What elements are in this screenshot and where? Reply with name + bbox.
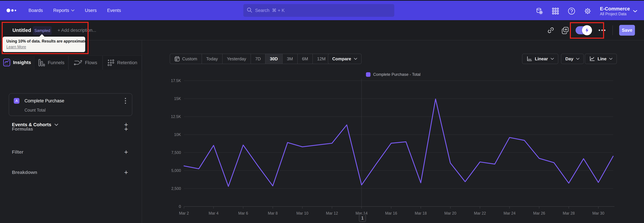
nav-item-reports[interactable]: Reports	[53, 8, 75, 13]
chevron-down-icon	[71, 10, 74, 12]
y-tick-label: 10K	[174, 133, 181, 137]
line-chart[interactable]: 02,5005,0007,50010K12.5K15K17.5KMar 2Mar…	[142, 40, 644, 223]
sampling-tooltip: Using 10% of data. Results are approxima…	[3, 37, 85, 52]
x-tick-label: Mar 22	[474, 211, 486, 215]
toggle-knob	[582, 25, 592, 35]
section-filter: Filter+	[12, 149, 130, 155]
search-icon	[247, 7, 252, 14]
pagination-page-1[interactable]: 1	[359, 214, 366, 222]
chevron-down-icon	[633, 10, 637, 13]
insights-icon	[3, 58, 10, 67]
add-filter-button[interactable]: +	[122, 149, 130, 155]
x-tick-label: Mar 12	[326, 211, 338, 215]
nav-item-events[interactable]: Events	[107, 8, 121, 13]
tooltip-arrow	[39, 34, 44, 37]
help-icon[interactable]	[568, 7, 576, 15]
more-options-icon[interactable]	[598, 26, 606, 34]
y-tick-label: 0	[179, 204, 181, 209]
tab-label: Insights	[13, 60, 31, 65]
nav-item-label: Users	[85, 8, 97, 13]
flows-icon	[74, 59, 82, 66]
learn-more-link[interactable]: Learn More	[6, 45, 26, 49]
x-tick-label: Mar 10	[296, 211, 308, 215]
project-switcher[interactable]: E-Commerce All Project Data	[600, 6, 637, 16]
funnels-icon	[38, 59, 45, 67]
apps-grid-icon[interactable]	[552, 7, 559, 15]
section-formulas: Formulas+	[12, 126, 130, 133]
section-label: Breakdown	[12, 170, 37, 175]
x-tick-label: Mar 20	[444, 211, 456, 215]
section-breakdown: Breakdown+	[12, 169, 130, 176]
search-input[interactable]	[255, 8, 391, 13]
x-tick-label: Mar 18	[415, 211, 427, 215]
x-tick-label: Mar 16	[385, 211, 397, 215]
x-tick-label: Mar 6	[238, 211, 248, 215]
nav-item-label: Events	[107, 8, 121, 13]
y-tick-label: 17.5K	[171, 78, 181, 83]
global-search[interactable]	[243, 4, 394, 17]
nav-item-label: Boards	[28, 8, 43, 13]
nav-item-users[interactable]: Users	[85, 8, 97, 13]
retention-icon	[107, 59, 114, 66]
lightning-bolt-icon	[584, 28, 590, 33]
y-tick-label: 15K	[174, 96, 181, 101]
section-label: Formulas	[12, 126, 33, 132]
event-card[interactable]: A Complete Purchase Count Total	[9, 93, 132, 116]
copy-link-icon[interactable]	[547, 26, 555, 34]
data-management-icon[interactable]	[536, 7, 543, 15]
y-tick-label: 12.5K	[171, 115, 181, 119]
series-line-complete-purchase-total[interactable]	[184, 99, 613, 186]
project-scope: All Project Data	[600, 12, 630, 16]
add-formulas-button[interactable]: +	[122, 126, 130, 133]
header-divider	[612, 25, 613, 35]
tooltip-text: Using 10% of data. Results are approxima…	[6, 39, 82, 44]
tab-retention[interactable]: Retention	[103, 55, 142, 70]
y-tick-label: 2,500	[171, 186, 181, 191]
header-actions: Save	[547, 20, 635, 40]
x-tick-label: Mar 8	[268, 211, 278, 215]
add-to-board-icon[interactable]	[561, 26, 569, 34]
tab-funnels[interactable]: Funnels	[34, 55, 68, 70]
nav-item-boards[interactable]: Boards	[28, 8, 43, 13]
nav-item-label: Reports	[53, 8, 69, 13]
nav-menu: BoardsReportsUsersEvents	[18, 8, 121, 13]
tab-label: Flows	[85, 60, 97, 65]
x-tick-label: Mar 26	[533, 211, 545, 215]
tab-label: Funnels	[48, 60, 64, 65]
y-tick-label: 5,000	[171, 168, 181, 173]
mixpanel-logo-icon[interactable]	[6, 8, 18, 13]
x-tick-label: Mar 24	[504, 211, 516, 215]
event-letter-badge: A	[14, 98, 20, 104]
save-button[interactable]: Save	[619, 25, 635, 36]
section-label: Filter	[12, 149, 23, 155]
query-builder-sidebar: InsightsFunnelsFlowsRetention Events & C…	[0, 40, 142, 223]
event-measurement[interactable]: Count Total	[24, 108, 46, 113]
settings-gear-icon[interactable]	[584, 7, 592, 15]
tab-label: Retention	[117, 60, 137, 65]
x-tick-label: Mar 28	[563, 211, 575, 215]
event-name: Complete Purchase	[24, 98, 64, 103]
top-nav: BoardsReportsUsersEvents E-Commerce All …	[0, 1, 644, 20]
tab-insights[interactable]: Insights	[0, 55, 34, 70]
add-breakdown-button[interactable]: +	[122, 169, 130, 176]
x-tick-label: Mar 30	[592, 211, 604, 215]
sampled-badge[interactable]: Sampled	[33, 26, 52, 35]
x-tick-label: Mar 4	[209, 211, 218, 215]
nav-right-cluster: E-Commerce All Project Data	[536, 1, 637, 21]
sampling-toggle[interactable]	[576, 26, 592, 34]
y-tick-label: 7,500	[171, 150, 181, 155]
report-tabs: InsightsFunnelsFlowsRetention	[0, 55, 142, 70]
project-name: E-Commerce	[600, 6, 630, 12]
tab-flows[interactable]: Flows	[68, 55, 103, 70]
x-tick-label: Mar 2	[179, 211, 189, 215]
kebab-menu-icon[interactable]	[124, 98, 126, 105]
